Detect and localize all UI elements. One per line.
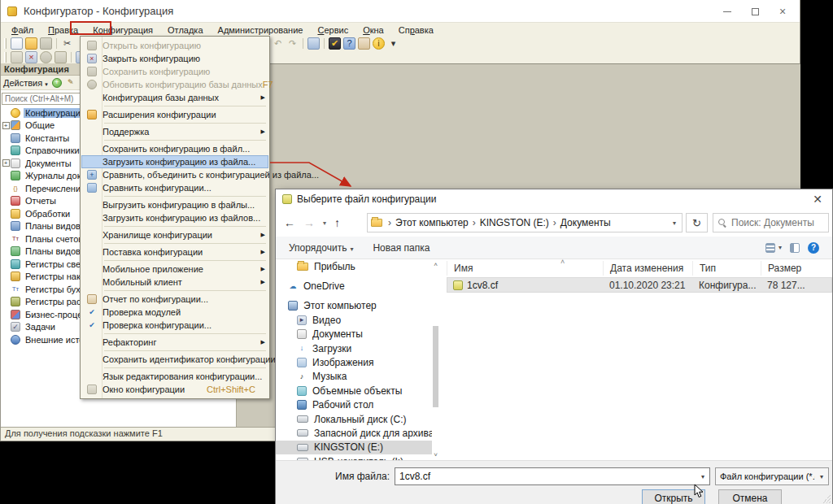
column-header-Тип[interactable]: Тип [692, 261, 761, 276]
menu-item-Загрузить-конфигурацию-из-файла-[interactable]: Загрузить конфигурацию из файла... [81, 155, 268, 168]
menubar-item-Справка[interactable]: Справка [391, 24, 441, 36]
filename-dropdown-icon[interactable]: ▾ [696, 473, 709, 480]
sidebar-item-Этот компьютер[interactable]: Этот компьютер [276, 299, 432, 313]
menu-item-Хранилище-конфигурации[interactable]: Хранилище конфигурации▶ [81, 228, 268, 241]
copy-style-icon[interactable] [307, 37, 320, 50]
expand-icon[interactable]: + [2, 159, 10, 167]
sidebar-item-Объемные объекты[interactable]: Объемные объекты [276, 384, 432, 398]
back-icon[interactable]: ← [284, 216, 295, 229]
menu-item-Закрыть-конфигурацию[interactable]: ×Закрыть конфигурацию [81, 52, 268, 65]
file-row-1cv8.cf[interactable]: 1cv8.cf01.10.2020 23:21Конфигура...78 12… [447, 277, 832, 293]
menu-item-Проверка-конфигурации-[interactable]: ✔Проверка конфигурации... [81, 319, 268, 332]
refresh-button[interactable]: ↻ [686, 213, 708, 232]
preview-pane-icon[interactable] [790, 243, 800, 253]
recent-locations-icon[interactable]: ▾ [323, 219, 326, 227]
maximize-button[interactable] [741, 1, 769, 22]
cut-icon[interactable]: ✂ [61, 37, 73, 50]
column-header-Размер[interactable]: Размер [761, 261, 814, 276]
search-input[interactable] [731, 217, 823, 228]
menu-item-Сохранить-конфигурацию-в-файл-[interactable]: Сохранить конфигурацию в файл... [81, 142, 268, 155]
menu-item-Язык-редактирования-конфигурации-[interactable]: Язык редактирования конфигурации... [81, 370, 268, 383]
sidebar-item-KINGSTON (E:)[interactable]: KINGSTON (E:) [276, 441, 432, 454]
sidebar-item-Рабочий стол[interactable]: Рабочий стол [276, 398, 432, 412]
cancel-button[interactable]: Отмена [718, 489, 782, 504]
configuration-window-icon[interactable] [11, 51, 23, 63]
sidebar-item-Локальный диск (C:)[interactable]: Локальный диск (C:) [276, 412, 432, 426]
config-table-icon[interactable] [55, 51, 67, 63]
scrollbar-thumb[interactable] [433, 326, 438, 407]
menu-item-Поставка-конфигурации[interactable]: Поставка конфигурации▶ [81, 245, 268, 259]
close-configuration-icon[interactable]: × [25, 51, 37, 63]
view-list-icon[interactable]: ▾ [765, 243, 782, 253]
save-file-icon[interactable] [40, 37, 52, 50]
menu-item-Проверка-модулей[interactable]: ✔Проверка модулей [81, 306, 268, 319]
undo-icon[interactable]: ↶ [272, 37, 284, 50]
breadcrumb-dropdown-icon[interactable]: ▾ [673, 219, 678, 227]
forward-icon[interactable]: → [303, 216, 315, 229]
breadcrumb-item-Этот компьютер[interactable]: Этот компьютер [395, 217, 469, 228]
menubar-item-Администрирование[interactable]: Администрирование [211, 24, 311, 36]
info-icon[interactable]: i [373, 37, 385, 50]
edit-icon[interactable]: ✎ [66, 78, 76, 88]
chart-accounts-icon: Тт [11, 234, 20, 244]
menubar-item-Сервис[interactable]: Сервис [310, 24, 355, 36]
sidebar-item-Видео[interactable]: ▸Видео [276, 313, 432, 327]
breadcrumb-item-Документы[interactable]: Документы [560, 217, 611, 228]
filename-input[interactable] [395, 471, 696, 482]
menu-item-Окно-конфигурации[interactable]: Окно конфигурацииCtrl+Shift+C [81, 383, 268, 396]
up-icon[interactable]: ↑ [334, 216, 340, 229]
sidebar-item-Загрузки[interactable]: ↓Загрузки [276, 341, 432, 355]
column-header-Имя[interactable]: Имя [447, 261, 603, 276]
menu-item-Поддержка[interactable]: Поддержка▶ [81, 125, 268, 138]
sidebar-item-USB-накопитель (I:)[interactable]: USB-накопитель (I:) [276, 454, 432, 460]
more-icon[interactable]: ▾ [387, 37, 399, 50]
menu-item-Мобильный-клиент[interactable]: Мобильный клиент▶ [81, 276, 268, 289]
sidebar-scrollbar[interactable]: ˄ ˅ [432, 259, 439, 460]
menu-item-Выгрузить-конфигурацию-в-файлы-[interactable]: Выгрузить конфигурацию в файлы... [81, 198, 268, 211]
menu-item-Расширения-конфигурации[interactable]: Расширения конфигурации [81, 108, 268, 121]
scroll-up-icon[interactable]: ˄ [432, 261, 439, 268]
sidebar-item-Документы[interactable]: Документы [276, 328, 432, 341]
scroll-down-icon[interactable]: ˅ [432, 451, 439, 458]
procedure-icon[interactable] [358, 37, 370, 50]
menu-item-Отчет-по-конфигурации-[interactable]: Отчет по конфигурации... [81, 293, 268, 306]
help-icon[interactable]: ? [808, 242, 819, 254]
resize-grip[interactable] [822, 495, 831, 503]
menu-item-Сравнить-конфигурации-[interactable]: Сравнить конфигурации... [81, 181, 268, 194]
sidebar-item-Запасной диск для архива[interactable]: Запасной диск для архива [276, 426, 432, 440]
sidebar-item-OneDrive[interactable]: ☁OneDrive [276, 279, 432, 293]
dialog-close-button[interactable]: ✕ [803, 189, 832, 209]
actions-button[interactable]: Действия ▾ [3, 78, 48, 88]
close-button[interactable]: × [769, 1, 796, 22]
find-template-icon[interactable]: ? [343, 37, 355, 50]
filetype-combobox[interactable]: Файл конфигурации (*.cf) ▾ [715, 467, 829, 485]
new-folder-button[interactable]: Новая папка [373, 242, 430, 254]
column-header-Дата изменения[interactable]: Дата изменения [603, 261, 692, 276]
menu-item-Мобильное-приложение[interactable]: Мобильное приложение▶ [81, 263, 268, 276]
menu-item-Сохранить-идентификатор-конфигурации-в-файл-[interactable]: Сохранить идентификатор конфигурации в ф… [81, 353, 268, 366]
menubar-item-Окна[interactable]: Окна [355, 24, 391, 36]
open-file-icon[interactable] [25, 37, 37, 50]
organize-button[interactable]: Упорядочить▾ [289, 242, 353, 254]
menu-item-Загрузить-конфигурацию-из-файлов-[interactable]: Загрузить конфигурацию из файлов... [81, 211, 268, 224]
sidebar-item-Изображения[interactable]: Изображения [276, 355, 432, 369]
menu-item-Рефакторинг[interactable]: Рефакторинг▶ [81, 336, 268, 349]
breadcrumb-item-KINGSTON (E:)[interactable]: KINGSTON (E:) [480, 217, 549, 228]
sidebar-item-Музыка[interactable]: ♪Музыка [276, 370, 432, 384]
minimize-button[interactable] [713, 1, 741, 22]
redo-icon[interactable]: ↷ [286, 37, 299, 50]
database-configuration-icon[interactable] [40, 51, 52, 63]
menu-item-Открыть-конфигурацию[interactable]: Открыть конфигурацию [81, 39, 268, 52]
new-file-icon[interactable] [11, 37, 23, 50]
menu-item-Конфигурация-базы-данных[interactable]: Конфигурация базы данных▶ [81, 91, 268, 104]
menu-item-Сравнить-объединить-с-конфигурацией-из-файла-[interactable]: +Сравнить, объединить с конфигурацией из… [81, 168, 268, 181]
menu-item-Сохранить-конфигурацию[interactable]: Сохранить конфигурацию [81, 65, 268, 78]
syntax-check-icon[interactable]: ✔ [329, 37, 341, 50]
expand-icon[interactable]: + [2, 122, 10, 129]
menu-item-Обновить-конфигурацию-базы-данных[interactable]: Обновить конфигурацию базы данныхF7 [81, 78, 268, 91]
file-open-dialog: Выберите файл конфигурации ✕ ← → ▾ ↑ ›Эт… [275, 189, 833, 504]
sidebar-item-Прибыль[interactable]: Прибыль [276, 259, 432, 273]
add-icon[interactable]: + [52, 78, 62, 88]
menubar-item-Файл[interactable]: Файл [4, 24, 41, 36]
menubar-item-Отладка[interactable]: Отладка [160, 24, 210, 36]
